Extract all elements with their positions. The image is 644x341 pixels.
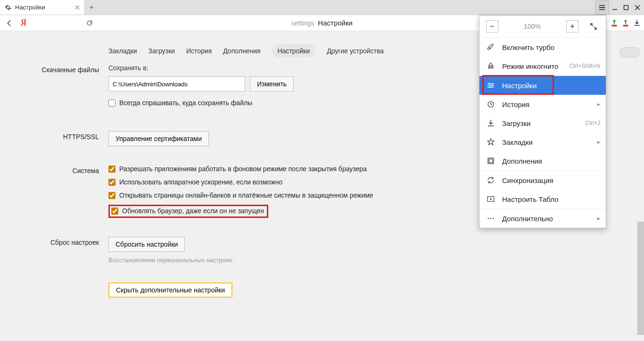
- download-path-input[interactable]: [108, 76, 245, 91]
- new-tab-button[interactable]: +: [85, 0, 98, 15]
- checkbox-background-apps[interactable]: [108, 166, 116, 173]
- tab-downloads[interactable]: Загрузки: [149, 47, 175, 55]
- submenu-arrow-icon: ▸: [597, 139, 600, 145]
- svg-point-7: [489, 83, 490, 84]
- rocket-icon: [486, 42, 495, 52]
- menu-item-history[interactable]: История ▸: [479, 95, 606, 114]
- checkbox-background-label: Разрешать приложениям работать в фоновом…: [119, 165, 367, 173]
- menu-turbo-label: Включить турбо: [502, 43, 554, 51]
- toggle-switch[interactable]: [619, 47, 640, 58]
- tab-history[interactable]: История: [186, 47, 212, 55]
- tab-title: Настройки: [15, 4, 74, 11]
- zoom-value: 100%: [498, 23, 566, 30]
- checkbox-protected-label: Открывать страницы онлайн-банков и платё…: [119, 191, 373, 199]
- menu-settings-label: Настройки: [502, 82, 537, 90]
- tab-other-devices[interactable]: Другие устройства: [327, 47, 384, 55]
- fullscreen-button[interactable]: [588, 21, 599, 32]
- menu-item-settings[interactable]: Настройки: [479, 76, 606, 95]
- checkbox-hwaccel-label: Использовать аппаратное ускорение, если …: [119, 178, 282, 186]
- history-icon: [486, 100, 495, 109]
- checkbox-auto-update-label: Обновлять браузер, даже если он не запущ…: [122, 207, 264, 215]
- always-ask-label: Всегда спрашивать, куда сохранять файлы: [119, 99, 252, 107]
- menu-item-bookmarks[interactable]: Закладки ▸: [479, 133, 606, 151]
- downloads-button[interactable]: [633, 19, 641, 27]
- menu-history-label: История: [502, 100, 529, 108]
- svg-point-15: [490, 218, 491, 219]
- window-close-button[interactable]: [632, 2, 643, 13]
- main-menu-button[interactable]: [595, 0, 609, 15]
- scrollbar-thumb[interactable]: [637, 222, 644, 335]
- menu-sync-label: Синхронизация: [502, 176, 553, 184]
- tab-settings[interactable]: Настройки: [272, 44, 316, 58]
- menu-item-more[interactable]: Дополнительно ▸: [479, 209, 606, 228]
- menu-tableau-label: Настроить Табло: [502, 195, 558, 203]
- incognito-icon: [486, 61, 495, 71]
- menu-addons-label: Дополнения: [502, 157, 542, 165]
- svg-point-6: [491, 67, 493, 69]
- tableau-icon: [486, 194, 495, 204]
- more-icon: [486, 214, 495, 223]
- hide-advanced-button[interactable]: Скрыть дополнительные настройки: [108, 283, 232, 298]
- svg-rect-12: [489, 159, 493, 163]
- menu-item-incognito[interactable]: Режим инкогнито Ctrl+Shift+N: [479, 57, 606, 75]
- menu-incognito-shortcut: Ctrl+Shift+N: [570, 63, 600, 69]
- browser-tab[interactable]: Настройки: [0, 0, 85, 15]
- svg-point-16: [493, 218, 494, 219]
- address-display[interactable]: settings Настройки: [291, 19, 353, 27]
- menu-item-downloads[interactable]: Загрузки Ctrl+J: [479, 114, 606, 133]
- menu-bookmarks-label: Закладки: [502, 138, 533, 146]
- menu-more-label: Дополнительно: [502, 215, 553, 223]
- menu-downloads-label: Загрузки: [502, 119, 530, 127]
- checkbox-protected-mode[interactable]: [108, 192, 116, 199]
- sync-icon: [486, 175, 495, 185]
- main-menu: − 100% + Включить турбо Режим инкогнито …: [479, 15, 606, 228]
- menu-incognito-label: Режим инкогнито: [502, 62, 558, 70]
- reload-button[interactable]: [83, 17, 96, 30]
- tab-close-icon[interactable]: [74, 4, 81, 11]
- yandex-logo[interactable]: Я: [16, 18, 31, 28]
- tab-addons[interactable]: Дополнения: [223, 47, 260, 55]
- menu-item-sync[interactable]: Синхронизация: [479, 171, 606, 190]
- section-label-system: Система: [28, 165, 108, 175]
- section-label-downloads: Скачанные файлы: [28, 64, 108, 74]
- address-prefix: settings: [291, 19, 314, 27]
- menu-downloads-shortcut: Ctrl+J: [585, 120, 600, 126]
- extension-download-icon-1[interactable]: ?: [610, 19, 619, 27]
- window-maximize-button[interactable]: [620, 2, 632, 13]
- address-title: Настройки: [318, 19, 353, 27]
- svg-point-9: [489, 86, 491, 88]
- reset-settings-button[interactable]: Сбросить настройки: [108, 237, 185, 252]
- submenu-arrow-icon: ▸: [597, 101, 600, 108]
- zoom-in-button[interactable]: +: [566, 20, 578, 33]
- always-ask-checkbox[interactable]: [108, 100, 116, 107]
- extension-download-icon-2[interactable]: ?: [621, 19, 630, 27]
- system-checkbox-update[interactable]: Обновлять браузер, даже если он не запущ…: [111, 207, 264, 215]
- svg-point-5: [488, 67, 490, 69]
- highlight-update-browser: Обновлять браузер, даже если он не запущ…: [108, 205, 268, 218]
- menu-item-turbo[interactable]: Включить турбо: [479, 38, 606, 57]
- reset-hint: Восстановление первоначальных настроек.: [108, 257, 644, 264]
- zoom-out-button[interactable]: −: [486, 20, 498, 33]
- tab-bookmarks[interactable]: Закладки: [108, 47, 137, 55]
- section-label-reset: Сброс настроек: [28, 237, 108, 246]
- sliders-icon: [486, 81, 495, 90]
- addons-icon: [486, 156, 495, 166]
- submenu-arrow-icon: ▸: [597, 215, 600, 222]
- menu-item-tableau[interactable]: Настроить Табло: [479, 190, 606, 208]
- manage-certs-button[interactable]: Управление сертификатами: [108, 131, 209, 146]
- titlebar: Настройки +: [0, 0, 644, 15]
- window-minimize-button[interactable]: [609, 2, 620, 13]
- change-path-button[interactable]: Изменить: [250, 76, 294, 91]
- checkbox-hwaccel[interactable]: [108, 179, 116, 186]
- back-button[interactable]: [3, 17, 16, 30]
- section-hide: Скрыть дополнительные настройки: [28, 283, 644, 298]
- svg-point-14: [488, 218, 489, 219]
- section-label-https: HTTPS/SSL: [28, 131, 108, 141]
- menu-zoom-row: − 100% +: [479, 16, 606, 38]
- menu-item-addons[interactable]: Дополнения: [479, 151, 606, 170]
- download-icon: [486, 118, 495, 128]
- checkbox-auto-update[interactable]: [111, 208, 118, 215]
- section-reset: Сброс настроек Сбросить настройки Восста…: [28, 237, 644, 264]
- gear-icon: [5, 4, 11, 11]
- svg-point-8: [492, 85, 493, 86]
